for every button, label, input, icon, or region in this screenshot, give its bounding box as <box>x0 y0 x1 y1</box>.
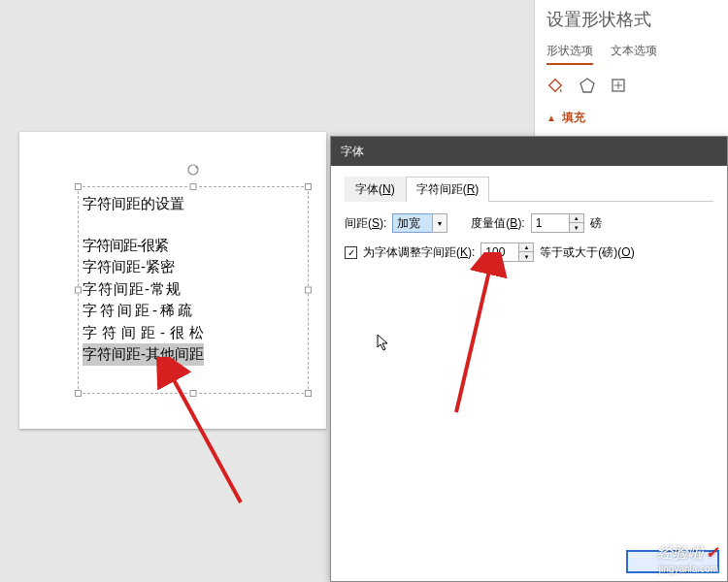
rotate-handle-icon[interactable] <box>186 163 200 177</box>
kerning-row: ✓ 为字体调整字间距(K): ▲▼ 等于或大于(磅)(O) <box>345 242 713 262</box>
textbox-line: 字符间距-稀疏 <box>83 300 304 322</box>
unit-label: 磅 <box>590 215 602 232</box>
resize-handle[interactable] <box>75 183 82 190</box>
amount-input[interactable] <box>531 213 570 233</box>
textbox-line-selected: 字符间距-其他间距 <box>83 343 204 366</box>
resize-handle[interactable] <box>75 390 82 397</box>
spin-down[interactable]: ▼ <box>519 252 533 261</box>
spacing-row: 间距(S): 加宽 ▾ 度量值(B): ▲▼ 磅 <box>345 213 713 233</box>
spin-down[interactable]: ▼ <box>570 223 583 232</box>
textbox-line: 字符间距-很松 <box>83 322 304 344</box>
spacing-select[interactable]: 加宽 <box>392 213 433 233</box>
tab-shape-options[interactable]: 形状选项 <box>546 43 593 65</box>
resize-handle[interactable] <box>305 390 312 397</box>
kerning-suffix: 等于或大于(磅)(O) <box>540 244 634 261</box>
slide-canvas: 字符间距的设置 字符间距-很紧 字符间距-紧密 字符间距-常规 字符间距-稀疏 … <box>19 132 326 429</box>
dialog-title: 字体 <box>341 144 364 160</box>
dialog-tabs: 字体(N) 字符间距(R) <box>345 176 713 202</box>
fill-icon[interactable] <box>546 77 564 94</box>
textbox-line: 字符间距-紧密 <box>83 256 304 278</box>
font-dialog: 字体 字体(N) 字符间距(R) 间距(S): 加宽 ▾ 度量值(B): ▲▼ … <box>330 136 728 582</box>
textbox[interactable]: 字符间距的设置 字符间距-很紧 字符间距-紧密 字符间距-常规 字符间距-稀疏 … <box>78 186 309 394</box>
tab-char-spacing[interactable]: 字符间距(R) <box>406 177 490 202</box>
format-shape-panel: 设置形状格式 形状选项 文本选项 ▲ 填充 <box>534 0 728 136</box>
spacing-label: 间距(S): <box>345 215 386 232</box>
svg-marker-0 <box>580 79 594 92</box>
fill-section[interactable]: ▲ 填充 <box>546 110 716 126</box>
size-icon[interactable] <box>611 78 626 93</box>
spin-up[interactable]: ▲ <box>519 243 533 252</box>
watermark: 经验啦✓ jingyanla.com <box>657 543 718 574</box>
tab-font[interactable]: 字体(N) <box>345 177 406 202</box>
textbox-title: 字符间距的设置 <box>83 193 304 215</box>
resize-handle[interactable] <box>305 183 312 190</box>
tab-text-options[interactable]: 文本选项 <box>611 43 657 65</box>
fill-label: 填充 <box>562 110 585 126</box>
resize-handle[interactable] <box>190 390 197 397</box>
panel-tabs: 形状选项 文本选项 <box>546 43 716 65</box>
spin-up[interactable]: ▲ <box>570 214 583 223</box>
resize-handle[interactable] <box>190 183 197 190</box>
panel-title: 设置形状格式 <box>546 8 716 31</box>
cursor-icon <box>377 334 390 351</box>
kerning-input[interactable] <box>480 242 519 262</box>
effects-icon[interactable] <box>579 78 595 93</box>
resize-handle[interactable] <box>75 287 82 294</box>
kerning-label: 为字体调整字间距(K): <box>363 244 475 261</box>
amount-label: 度量值(B): <box>471 215 524 232</box>
resize-handle[interactable] <box>305 287 312 294</box>
kerning-checkbox[interactable]: ✓ <box>345 246 357 259</box>
dropdown-arrow-icon[interactable]: ▾ <box>432 213 447 233</box>
textbox-line: 字符间距-很紧 <box>83 235 304 257</box>
icon-row <box>546 77 716 94</box>
textbox-line: 字符间距-常规 <box>83 278 304 301</box>
dialog-titlebar[interactable]: 字体 <box>331 137 727 166</box>
expand-arrow-icon: ▲ <box>546 113 556 123</box>
